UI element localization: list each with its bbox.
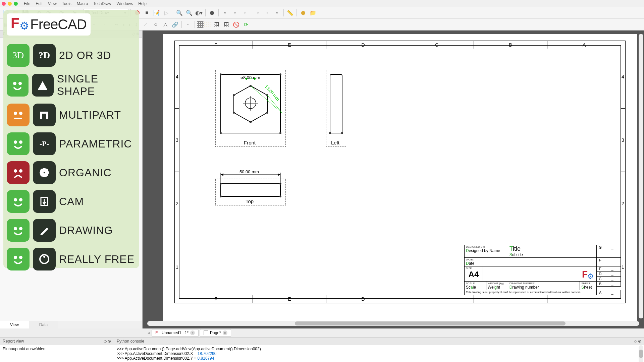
svg-rect-37 xyxy=(40,112,48,114)
face-badge: 3D xyxy=(7,44,30,67)
svg-point-40 xyxy=(14,140,17,144)
menu-windows[interactable]: Windows xyxy=(114,1,136,6)
feat-icon xyxy=(33,161,56,184)
redraw-icon[interactable]: ⟳ xyxy=(241,20,250,29)
svg-point-34 xyxy=(14,112,17,115)
measure-icon[interactable]: 📏 xyxy=(286,8,294,17)
part-icon[interactable]: ⬢ xyxy=(299,8,308,17)
menu-tools[interactable]: Tools xyxy=(59,1,74,6)
report-view-panel: Report view◇ ⊗ Einbaupunkt auswählen: xyxy=(0,338,114,362)
feat-label: Single Shape xyxy=(57,73,136,98)
drawing-canvas[interactable]: FEDCBA FED 4321 4321 xyxy=(143,31,644,328)
svg-point-4 xyxy=(279,132,281,134)
hatch-icon[interactable] xyxy=(197,21,204,28)
svg-point-50 xyxy=(44,173,48,177)
hatch2-icon[interactable] xyxy=(205,21,211,28)
view-top[interactable]: 50,00 mm Top xyxy=(215,165,286,205)
close-window-icon[interactable] xyxy=(2,2,6,6)
view-label-left: Left xyxy=(331,140,339,145)
svg-point-61 xyxy=(43,256,45,258)
menu-view[interactable]: View xyxy=(45,1,59,6)
dim-link-icon[interactable]: 🔗 xyxy=(171,20,179,29)
feat-icon xyxy=(33,104,56,126)
svg-point-2 xyxy=(279,73,281,75)
svg-text:⚙: ⚙ xyxy=(587,272,594,281)
svg-rect-18 xyxy=(330,74,342,133)
svg-point-43 xyxy=(19,169,22,173)
close-tab-icon[interactable]: × xyxy=(223,330,227,335)
vertical-scrollbar[interactable] xyxy=(639,34,643,318)
feat-label: Really Free xyxy=(59,253,135,265)
view-top-icon[interactable]: ▫ xyxy=(230,8,239,17)
console-body[interactable]: >>> App.activeDocument().Page.addView(Ap… xyxy=(114,345,644,362)
zoom-sel-icon[interactable]: 🔍 xyxy=(185,8,194,17)
feat-icon xyxy=(32,74,54,97)
face-badge xyxy=(7,74,29,97)
svg-point-10 xyxy=(233,112,235,114)
maximize-window-icon[interactable] xyxy=(14,2,18,6)
view-left-icon[interactable]: ▫ xyxy=(273,8,281,17)
dim-width: 50,00 mm xyxy=(239,169,259,174)
symbol-icon[interactable]: 🖼 xyxy=(222,20,231,29)
feat-icon: -P- xyxy=(33,132,56,155)
tab-data[interactable]: Data xyxy=(29,321,58,328)
view-rear-icon[interactable]: ▫ xyxy=(253,8,262,17)
doc-tab-page[interactable]: Page*× xyxy=(200,329,231,337)
panel-close-icon[interactable]: ◇ ⊗ xyxy=(634,339,641,344)
svg-point-32 xyxy=(18,82,22,85)
dim-diameter-icon[interactable]: ○ xyxy=(151,20,160,29)
iso-icon[interactable]: ⬢ xyxy=(208,8,216,17)
menu-help[interactable]: Help xyxy=(136,1,149,6)
feat-icon xyxy=(33,248,56,270)
svg-rect-21 xyxy=(221,184,280,196)
dim-radius-icon[interactable]: ⟋ xyxy=(142,20,150,29)
svg-rect-33 xyxy=(38,88,47,90)
feat-label: Organic xyxy=(59,167,111,179)
macro-stop-icon[interactable]: ■ xyxy=(143,8,151,17)
dim-angle-icon[interactable]: △ xyxy=(161,20,170,29)
window-controls[interactable] xyxy=(2,2,18,6)
view-left[interactable]: Left xyxy=(326,70,346,147)
face-badge xyxy=(7,132,30,155)
svg-point-57 xyxy=(19,227,22,230)
close-tab-icon[interactable]: × xyxy=(190,330,195,335)
macro-edit-icon[interactable]: 📝 xyxy=(152,8,161,17)
svg-rect-38 xyxy=(40,114,42,119)
view-bottom-icon[interactable]: ▫ xyxy=(263,8,272,17)
zoom-fit-icon[interactable]: 🔍 xyxy=(175,8,184,17)
view-front-icon[interactable]: ▫ xyxy=(221,8,229,17)
menu-file[interactable]: File xyxy=(21,1,33,6)
feat-icon xyxy=(33,190,56,213)
toggle-frame-icon[interactable]: 🚫 xyxy=(232,20,240,29)
svg-point-56 xyxy=(14,227,17,230)
console-scrollbar[interactable] xyxy=(639,345,643,362)
freecad-logo: F⚙ FreeCAD xyxy=(7,13,91,36)
export-page-icon[interactable]: ▫ xyxy=(184,20,193,29)
svg-point-31 xyxy=(13,82,16,85)
menu-macro[interactable]: Macro xyxy=(74,1,91,6)
group-icon[interactable]: 📁 xyxy=(309,8,317,17)
feat-label: Parametric xyxy=(59,138,132,150)
menu-edit[interactable]: Edit xyxy=(33,1,45,6)
image-icon[interactable]: 🖼 xyxy=(212,20,221,29)
tab-view[interactable]: View xyxy=(0,321,29,328)
svg-point-8 xyxy=(266,112,268,114)
report-body[interactable]: Einbaupunkt auswählen: xyxy=(0,345,114,353)
document-tabs: ◂ FUnnamed1 : 1*× Page*× xyxy=(0,328,644,337)
panel-close-icon[interactable]: ◇ ⊗ xyxy=(104,339,111,344)
macro-play-icon[interactable]: ▷ xyxy=(162,8,171,17)
doc-tab-model[interactable]: FUnnamed1 : 1*× xyxy=(152,329,199,337)
view-front[interactable]: ⌀8,00 mm 13,00 mm Front xyxy=(215,70,286,147)
feat-icon xyxy=(33,219,56,242)
horizontal-scrollbar[interactable] xyxy=(147,321,639,326)
menu-techdraw[interactable]: TechDraw xyxy=(91,1,114,6)
draw-style-icon[interactable]: ◐▾ xyxy=(195,8,203,17)
svg-point-20 xyxy=(341,132,343,134)
svg-point-53 xyxy=(19,198,22,201)
face-badge xyxy=(7,248,30,270)
minimize-window-icon[interactable] xyxy=(8,2,12,6)
svg-text:F: F xyxy=(582,269,588,280)
view-right-icon[interactable]: ▫ xyxy=(240,8,249,17)
feature-overlay: F⚙ FreeCAD 3D?D2D OR 3DSingle ShapeMulti… xyxy=(3,10,139,268)
svg-point-1 xyxy=(220,73,222,75)
